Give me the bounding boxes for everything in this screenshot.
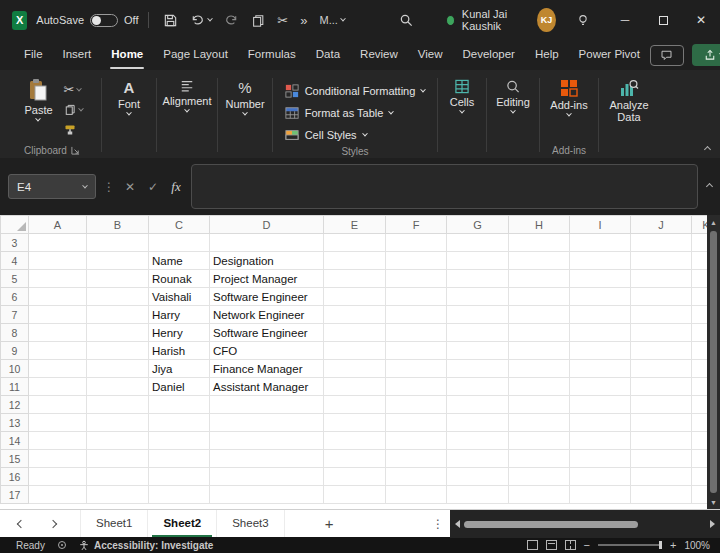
ideas-button[interactable] (570, 6, 596, 34)
cell-F5[interactable] (386, 270, 447, 288)
close-button[interactable]: ✕ (682, 0, 720, 40)
cell-J9[interactable] (631, 342, 692, 360)
editing-group-button[interactable]: Editing (488, 72, 538, 158)
name-box[interactable]: E4 (8, 174, 96, 199)
page-layout-view-button[interactable] (546, 540, 557, 550)
row-header-13[interactable]: 13 (1, 414, 29, 432)
cell-H3[interactable] (509, 234, 570, 252)
cell-G9[interactable] (447, 342, 509, 360)
vertical-scroll-thumb[interactable] (710, 231, 717, 493)
new-sheet-button[interactable]: + (325, 515, 334, 532)
tab-power-pivot[interactable]: Power Pivot (569, 40, 650, 70)
cell-D4[interactable]: Designation (210, 252, 324, 270)
cell-D6[interactable]: Software Engineer (210, 288, 324, 306)
cell-A12[interactable] (29, 396, 87, 414)
cell-C4[interactable]: Name (149, 252, 210, 270)
collapse-ribbon-icon[interactable] (704, 146, 711, 153)
comments-button[interactable] (650, 45, 684, 66)
cell-A13[interactable] (29, 414, 87, 432)
row-header-12[interactable]: 12 (1, 396, 29, 414)
tab-help[interactable]: Help (525, 40, 569, 70)
cell-A8[interactable] (29, 324, 87, 342)
cell-A3[interactable] (29, 234, 87, 252)
zoom-out-button[interactable]: − (584, 539, 590, 551)
cell-J14[interactable] (631, 432, 692, 450)
number-group-button[interactable]: % Number (219, 72, 271, 158)
row-header-16[interactable]: 16 (1, 468, 29, 486)
column-header-A[interactable]: A (29, 216, 87, 234)
horizontal-scroll-thumb[interactable] (464, 521, 638, 528)
copy-button[interactable] (245, 6, 271, 34)
tab-developer[interactable]: Developer (453, 40, 525, 70)
column-header-H[interactable]: H (509, 216, 570, 234)
more-quick-access-button[interactable]: » (294, 6, 313, 34)
cell-G14[interactable] (447, 432, 509, 450)
cell-F16[interactable] (386, 468, 447, 486)
format-as-table-button[interactable]: Format as Table (281, 102, 430, 123)
cell-G13[interactable] (447, 414, 509, 432)
cell-H7[interactable] (509, 306, 570, 324)
cell-B4[interactable] (87, 252, 149, 270)
search-button[interactable] (393, 6, 420, 34)
cancel-button[interactable]: ✕ (122, 180, 138, 194)
cell-C16[interactable] (149, 468, 210, 486)
cell-F3[interactable] (386, 234, 447, 252)
tab-page-layout[interactable]: Page Layout (153, 40, 238, 70)
tab-data[interactable]: Data (306, 40, 350, 70)
cell-H6[interactable] (509, 288, 570, 306)
cell-E5[interactable] (324, 270, 386, 288)
cell-A16[interactable] (29, 468, 87, 486)
cell-D3[interactable] (210, 234, 324, 252)
sheet-tab-sheet3[interactable]: Sheet3 (217, 510, 284, 537)
cell-C15[interactable] (149, 450, 210, 468)
font-group-button[interactable]: A Font (103, 72, 155, 158)
cell-C13[interactable] (149, 414, 210, 432)
cell-B16[interactable] (87, 468, 149, 486)
cell-A4[interactable] (29, 252, 87, 270)
cell-A7[interactable] (29, 306, 87, 324)
cell-D10[interactable]: Finance Manager (210, 360, 324, 378)
cell-E17[interactable] (324, 486, 386, 504)
row-header-9[interactable]: 9 (1, 342, 29, 360)
accessibility-checker[interactable]: Accessibility: Investigate (79, 540, 214, 551)
formula-input[interactable] (191, 164, 698, 209)
enter-button[interactable]: ✓ (145, 180, 161, 194)
cell-B10[interactable] (87, 360, 149, 378)
cell-C8[interactable]: Henry (149, 324, 210, 342)
cell-A15[interactable] (29, 450, 87, 468)
alignment-group-button[interactable]: Alignment (158, 72, 216, 158)
sheet-tab-sheet2[interactable]: Sheet2 (148, 510, 217, 537)
cell-J10[interactable] (631, 360, 692, 378)
row-header-14[interactable]: 14 (1, 432, 29, 450)
cell-B8[interactable] (87, 324, 149, 342)
cell-H16[interactable] (509, 468, 570, 486)
cell-C5[interactable]: Rounak (149, 270, 210, 288)
collapse-formula-bar-icon[interactable] (706, 183, 713, 190)
cell-C17[interactable] (149, 486, 210, 504)
cell-G3[interactable] (447, 234, 509, 252)
cell-I10[interactable] (570, 360, 631, 378)
cell-D17[interactable] (210, 486, 324, 504)
cell-D8[interactable]: Software Engineer (210, 324, 324, 342)
cell-A6[interactable] (29, 288, 87, 306)
cell-E3[interactable] (324, 234, 386, 252)
cell-I4[interactable] (570, 252, 631, 270)
cell-F15[interactable] (386, 450, 447, 468)
row-header-17[interactable]: 17 (1, 486, 29, 504)
cell-styles-button[interactable]: Cell Styles (281, 124, 430, 145)
undo-button[interactable] (184, 6, 218, 34)
cell-E4[interactable] (324, 252, 386, 270)
tab-review[interactable]: Review (350, 40, 408, 70)
cell-A17[interactable] (29, 486, 87, 504)
page-break-view-button[interactable] (565, 540, 576, 550)
normal-view-button[interactable] (527, 540, 538, 550)
cut-button[interactable]: ✂ (271, 6, 294, 34)
cell-E16[interactable] (324, 468, 386, 486)
cell-J6[interactable] (631, 288, 692, 306)
column-header-I[interactable]: I (570, 216, 631, 234)
cell-H4[interactable] (509, 252, 570, 270)
cell-I7[interactable] (570, 306, 631, 324)
cell-I9[interactable] (570, 342, 631, 360)
cell-C10[interactable]: Jiya (149, 360, 210, 378)
macro-record-icon[interactable] (58, 541, 66, 549)
